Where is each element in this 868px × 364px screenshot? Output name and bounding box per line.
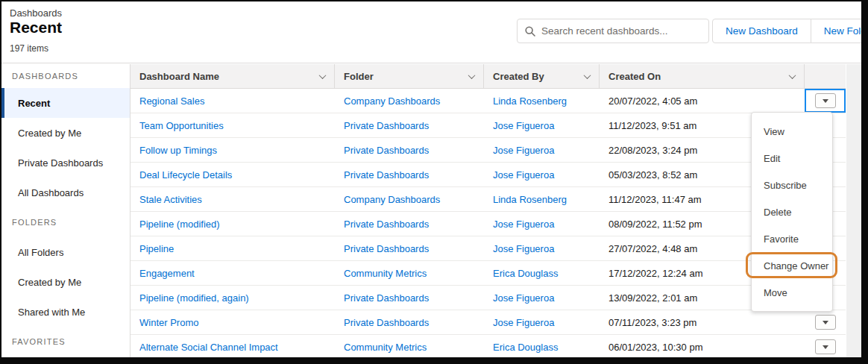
row-actions-cell <box>805 310 846 334</box>
table-row: Follow up Timings Private Dashboards Jos… <box>130 138 846 163</box>
menu-item-subscribe[interactable]: Subscribe <box>752 172 832 198</box>
table-row: Team Opportunities Private Dashboards Jo… <box>130 113 846 138</box>
sidebar-section-folders: FOLDERS <box>1 207 130 237</box>
chevron-down-icon[interactable] <box>789 72 796 79</box>
table-row: Stale Activities Company Dashboards Lind… <box>130 187 846 212</box>
menu-item-delete[interactable]: Delete <box>752 198 832 225</box>
created-by-link[interactable]: Erica Douglass <box>493 342 558 353</box>
folder-link[interactable]: Private Dashboards <box>344 317 429 328</box>
table-row: Regional Sales Company Dashboards Linda … <box>130 89 846 113</box>
sidebar-item-all-folders[interactable]: All Folders <box>1 237 130 267</box>
new-folder-button[interactable]: New Folder <box>811 19 861 43</box>
folder-link[interactable]: Private Dashboards <box>344 243 429 254</box>
new-dashboard-button[interactable]: New Dashboard <box>712 19 811 43</box>
sidebar-section-dashboards: DASHBOARDS <box>1 64 130 88</box>
dashboard-link[interactable]: Team Opportunities <box>139 120 224 131</box>
body-region: DASHBOARDS Recent Created by Me Private … <box>1 64 861 357</box>
column-header-created-on[interactable]: Created On <box>600 64 805 88</box>
sidebar-item-created-by-me[interactable]: Created by Me <box>1 118 130 148</box>
row-actions-button[interactable] <box>815 315 836 330</box>
column-header-folder[interactable]: Folder <box>335 64 484 88</box>
created-by-link[interactable]: Jose Figueroa <box>493 219 554 230</box>
dashboard-link[interactable]: Alternate Social Channel Impact <box>139 342 278 353</box>
breadcrumb: Dashboards <box>10 7 62 19</box>
vertical-scrollbar[interactable] <box>846 64 861 357</box>
table-row: Winter Promo Private Dashboards Jose Fig… <box>130 310 846 335</box>
dashboard-link[interactable]: Engagement <box>139 268 195 279</box>
screenshot-frame: Dashboards Recent 197 items New Dashboar… <box>0 0 868 364</box>
created-on-value: 07/11/2023, 3:23 pm <box>600 310 805 334</box>
sidebar-item-folders-created-by-me[interactable]: Created by Me <box>1 267 130 297</box>
menu-item-change-owner[interactable]: Change Owner <box>752 252 832 279</box>
folder-link[interactable]: Private Dashboards <box>344 292 429 304</box>
created-by-link[interactable]: Linda Rosenberg <box>493 194 567 205</box>
column-header-created-by[interactable]: Created By <box>484 64 600 88</box>
folder-link[interactable]: Community Metrics <box>344 268 427 279</box>
created-by-link[interactable]: Jose Figueroa <box>493 243 554 254</box>
column-header-dashboard-name[interactable]: Dashboard Name <box>130 64 335 88</box>
column-label: Created By <box>493 71 544 82</box>
column-label: Folder <box>344 71 374 82</box>
search-icon <box>525 26 535 37</box>
table-row: Deal Lifecycle Details Private Dashboard… <box>130 163 846 187</box>
sidebar-item-shared-with-me[interactable]: Shared with Me <box>1 297 130 327</box>
created-by-link[interactable]: Jose Figueroa <box>493 169 554 181</box>
column-label: Dashboard Name <box>139 71 219 82</box>
sidebar-item-recent[interactable]: Recent <box>1 88 130 118</box>
table-row: Pipeline Private Dashboards Jose Figuero… <box>130 236 846 261</box>
row-actions-button[interactable] <box>815 339 836 354</box>
created-by-link[interactable]: Jose Figueroa <box>493 317 554 328</box>
folder-link[interactable]: Private Dashboards <box>344 145 429 156</box>
dashboard-link[interactable]: Pipeline <box>139 243 174 254</box>
folder-link[interactable]: Community Metrics <box>344 342 427 353</box>
search-input[interactable] <box>541 25 708 37</box>
created-by-link[interactable]: Jose Figueroa <box>493 145 554 156</box>
table-row: Alternate Social Channel Impact Communit… <box>130 335 846 357</box>
row-actions-cell <box>805 335 846 357</box>
table-row: Engagement Community Metrics Erica Dougl… <box>130 261 846 286</box>
caret-down-icon <box>823 345 828 349</box>
table-row: Pipeline (modified) Private Dashboards J… <box>130 212 846 236</box>
table-row: Pipeline (modified, again) Private Dashb… <box>130 286 846 310</box>
chevron-down-icon[interactable] <box>468 72 476 79</box>
column-header-actions <box>805 64 846 88</box>
folder-link[interactable]: Private Dashboards <box>344 219 429 230</box>
caret-down-icon <box>823 99 828 103</box>
caret-down-icon <box>823 321 828 324</box>
menu-item-view[interactable]: View <box>752 118 832 145</box>
chevron-down-icon[interactable] <box>319 72 327 79</box>
chevron-down-icon[interactable] <box>584 72 591 79</box>
menu-item-favorite[interactable]: Favorite <box>752 225 832 252</box>
page-header: Dashboards Recent 197 items New Dashboar… <box>1 1 861 63</box>
row-actions-menu: View Edit Subscribe Delete Favorite Chan… <box>751 112 833 312</box>
folder-link[interactable]: Company Dashboards <box>344 194 440 205</box>
dashboard-link[interactable]: Pipeline (modified, again) <box>139 292 249 304</box>
row-actions-cell-focused <box>805 89 846 113</box>
row-actions-button[interactable] <box>815 93 836 108</box>
dashboard-link[interactable]: Regional Sales <box>139 95 204 107</box>
sidebar-item-private-dashboards[interactable]: Private Dashboards <box>1 148 130 178</box>
created-by-link[interactable]: Jose Figueroa <box>493 292 554 304</box>
sidebar-section-favorites: FAVORITES <box>1 327 130 357</box>
folder-link[interactable]: Company Dashboards <box>344 95 440 107</box>
sidebar-item-all-dashboards[interactable]: All Dashboards <box>1 178 130 207</box>
created-on-value: 06/01/2023, 10:30 pm <box>600 335 805 357</box>
page-title: Recent <box>10 19 62 37</box>
toolbar-button-group: New Dashboard New Folder <box>712 19 861 43</box>
folder-link[interactable]: Private Dashboards <box>344 169 429 181</box>
menu-item-edit[interactable]: Edit <box>752 145 832 172</box>
created-by-link[interactable]: Linda Rosenberg <box>493 95 567 107</box>
dashboards-table: Dashboard Name Folder Created By Created… <box>130 64 846 357</box>
created-on-value: 20/07/2022, 4:05 am <box>600 89 805 113</box>
dashboard-link[interactable]: Follow up Timings <box>139 145 217 156</box>
dashboard-link[interactable]: Stale Activities <box>139 194 202 205</box>
dashboard-link[interactable]: Pipeline (modified) <box>139 219 220 230</box>
dashboards-app: Dashboards Recent 197 items New Dashboar… <box>1 1 861 357</box>
folder-link[interactable]: Private Dashboards <box>344 120 429 131</box>
created-by-link[interactable]: Jose Figueroa <box>493 120 554 131</box>
dashboard-link[interactable]: Winter Promo <box>139 317 198 328</box>
table-header-row: Dashboard Name Folder Created By Created… <box>130 64 846 89</box>
dashboard-link[interactable]: Deal Lifecycle Details <box>139 169 232 181</box>
created-by-link[interactable]: Erica Douglass <box>493 268 558 279</box>
menu-item-move[interactable]: Move <box>752 279 832 306</box>
